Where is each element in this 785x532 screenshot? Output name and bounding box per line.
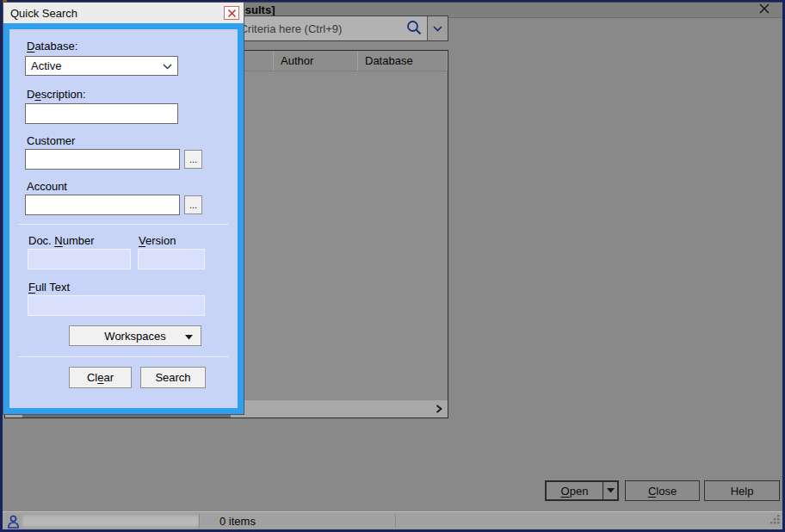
column-header-author[interactable]: Author [274,51,358,71]
window-close-button[interactable] [757,3,771,16]
column-header-database[interactable]: Database [358,51,448,71]
resize-grip-icon[interactable] [770,514,780,527]
account-field[interactable] [25,195,180,215]
redacted-username [22,516,199,527]
search-options-dropdown[interactable] [427,16,448,40]
quick-search-header: Quick Search [3,3,244,23]
customer-field[interactable] [25,149,180,170]
dialog-window: im Search for WorkSpaces - [\Search Resu… [0,0,785,532]
customer-browse-button[interactable]: ... [184,150,202,169]
chevron-down-icon [163,59,172,72]
quick-search-title: Quick Search [10,7,77,20]
database-label: Database: [27,40,77,53]
account-label: Account [27,180,67,193]
items-count: 0 items [219,515,256,528]
close-icon [758,3,770,17]
version-label: Version [139,234,176,247]
open-button-label: Open [547,485,603,498]
database-select-value: Active [31,59,61,72]
status-separator [199,514,200,528]
doc-number-label: Doc. Number [28,234,95,247]
description-field[interactable] [25,103,178,124]
open-dropdown-caret[interactable] [603,488,617,493]
dropdown-caret-icon [185,330,193,343]
help-button[interactable]: Help [704,480,780,501]
clear-button[interactable]: Clear [69,367,132,388]
separator [18,224,229,225]
customer-label: Customer [27,134,75,147]
doc-number-field[interactable] [28,249,131,269]
quick-search-panel: Quick Search Database: Active Descriptio… [3,2,244,415]
quick-search-search-button[interactable]: Search [140,367,206,388]
status-bar: 0 items [3,511,782,529]
full-text-field[interactable] [28,295,205,316]
full-text-label: Full Text [28,281,70,294]
open-button[interactable]: Open [545,480,619,501]
scroll-right-arrow[interactable] [430,400,448,418]
search-icon[interactable] [406,20,422,38]
status-separator [395,514,396,528]
quick-search-form: Database: Active Description: Customer .… [3,23,244,414]
account-browse-button[interactable]: ... [184,195,202,214]
user-icon [7,515,20,531]
close-button[interactable]: Close [625,480,700,501]
description-label: Description: [27,88,86,101]
separator [18,356,229,357]
database-select[interactable]: Active [25,56,178,76]
workspaces-button[interactable]: Workspaces [69,325,201,346]
version-field[interactable] [138,249,205,269]
quick-search-close-button[interactable] [224,6,239,20]
